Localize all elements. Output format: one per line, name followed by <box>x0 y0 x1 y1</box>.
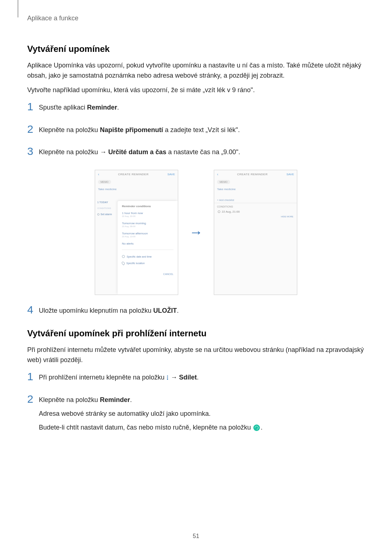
step-content: Při prohlížení internetu klepněte na pol… <box>39 373 365 386</box>
location-icon <box>121 261 125 265</box>
step-4: 4 Uložte upomínku klepnutím na položku U… <box>27 306 365 320</box>
clock-icon <box>97 213 99 216</box>
steps-list-2: 1 Při prohlížení internetu klepněte na p… <box>27 373 365 436</box>
memo-pill: MEMO <box>98 180 111 184</box>
phone-sidebar: 1 TODAY CONDITIONS Set alarm <box>95 201 118 219</box>
phone-header: ‹ CREATE REMINDER SAVE <box>214 170 297 178</box>
memo-field: Take medicine <box>95 185 178 197</box>
step-2: 2 Klepněte na položku Napište připomenut… <box>27 125 365 139</box>
clock-icon <box>218 210 220 213</box>
back-icon: ‹ <box>217 172 218 176</box>
paragraph: Při prohlížení internetu můžete vytvářet… <box>27 345 365 365</box>
memo-field: Take medicine <box>214 185 297 197</box>
step-number: 2 <box>27 124 39 135</box>
more-icon <box>167 376 168 380</box>
document-page: Aplikace a funkce Vytváření upomínek Apl… <box>0 0 392 554</box>
step-content: Klepněte na položku Napište připomenutí … <box>39 125 365 139</box>
cancel-button: CANCEL <box>122 273 173 275</box>
back-icon: ‹ <box>98 172 99 176</box>
section-title-1: Vytváření upomínek <box>27 44 365 54</box>
step-2b: 2 Klepněte na položku Reminder. Adresa w… <box>27 395 365 436</box>
section-title-2: Vytváření upomínek při prohlížení intern… <box>27 328 365 338</box>
step-number: 1 <box>27 101 39 112</box>
screenshot-row: ‹ CREATE REMINDER SAVE MEMO Take medicin… <box>27 170 365 295</box>
page-header: Aplikace a funkce <box>27 15 365 22</box>
phone-header: ‹ CREATE REMINDER SAVE <box>95 170 178 178</box>
arrow-icon: → <box>189 225 203 240</box>
step-content: Spusťte aplikaci Reminder. <box>39 103 365 116</box>
step-3: 3 Klepněte na položku → Určité datum a č… <box>27 147 365 161</box>
reminder-icon <box>253 424 260 431</box>
step-content: Uložte upomínku klepnutím na položku ULO… <box>39 306 365 320</box>
steps-list-1b: 4 Uložte upomínku klepnutím na položku U… <box>27 306 365 320</box>
step-content: Klepněte na položku → Určité datum a čas… <box>39 147 365 161</box>
step-number: 1 <box>27 371 39 382</box>
step-1b: 1 Při prohlížení internetu klepněte na p… <box>27 373 365 386</box>
step-1: 1 Spusťte aplikaci Reminder. <box>27 103 365 116</box>
phone-screenshot-1: ‹ CREATE REMINDER SAVE MEMO Take medicin… <box>95 170 178 295</box>
page-number: 51 <box>0 533 392 539</box>
steps-list-1: 1 Spusťte aplikaci Reminder. 2 Klepněte … <box>27 103 365 161</box>
step-number: 4 <box>27 304 39 315</box>
conditions-popup: Reminder conditions 1 hour from now 22 A… <box>118 201 178 295</box>
paragraph: Aplikace Upomínka vás upozorní, pokud vy… <box>27 61 365 81</box>
clock-icon <box>122 255 125 258</box>
step-number: 2 <box>27 394 39 405</box>
memo-pill: MEMO <box>217 180 230 184</box>
paragraph: Vytvořte například upomínku, která vás u… <box>27 85 365 95</box>
step-content: Klepněte na položku Reminder. Adresa web… <box>39 395 365 436</box>
step-number: 3 <box>27 146 39 157</box>
phone-screenshot-2: ‹ CREATE REMINDER SAVE MEMO Take medicin… <box>214 170 297 295</box>
